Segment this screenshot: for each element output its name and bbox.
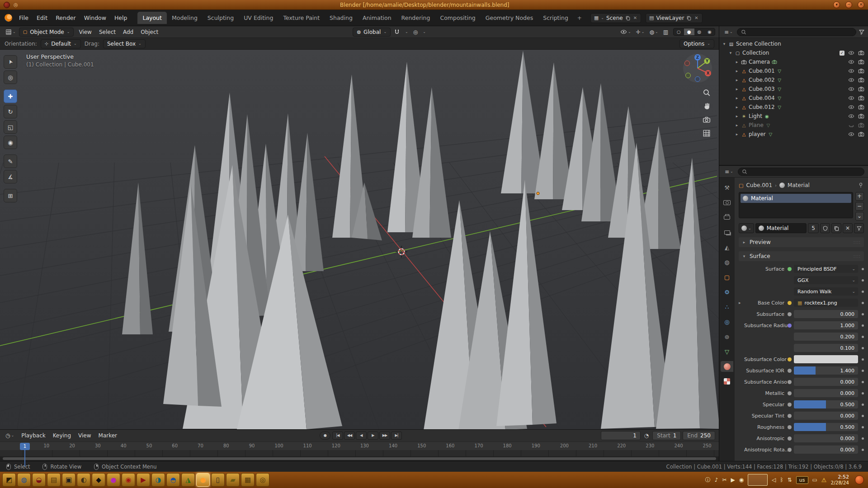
material-users-button[interactable]: 5 [808, 223, 819, 233]
auto-key-button[interactable]: ● [320, 432, 330, 440]
shading-solid-button[interactable]: ● [684, 28, 694, 35]
window-menu-icon[interactable] [4, 2, 10, 8]
neg-y-axis-ball[interactable] [686, 73, 691, 78]
taskbar-app[interactable]: ▦ [241, 473, 255, 487]
snap-settings-dropdown[interactable]: ⌄ [403, 29, 410, 35]
collapse-icon[interactable]: ▾ [722, 42, 726, 46]
timeline-track[interactable] [0, 450, 719, 456]
add-cube-tool[interactable]: ⊞ [4, 189, 17, 202]
animate-dot-icon[interactable] [862, 291, 864, 293]
menu-item[interactable]: Help [110, 13, 132, 23]
unlink-material-button[interactable]: ✕ [843, 223, 853, 233]
playhead[interactable]: 1 [20, 443, 30, 450]
outliner-row-light[interactable]: ▸ ☀ Light ◉ [719, 112, 868, 121]
tray-warning-icon[interactable]: ⚠ [821, 477, 827, 483]
property-row[interactable]: Surface Principled BSDF [739, 264, 864, 273]
properties-tab-render[interactable] [721, 197, 733, 208]
breadcrumb-data[interactable]: Material [788, 182, 810, 188]
playhead-line[interactable] [24, 450, 25, 466]
animate-dot-icon[interactable] [862, 324, 864, 327]
properties-tab-physics[interactable]: ◎ [721, 316, 733, 327]
frame-end-field[interactable]: End250 [683, 431, 715, 440]
hide-in-viewport-icon[interactable] [848, 86, 854, 92]
expand-icon[interactable]: ▸ [735, 87, 739, 91]
window-title-bar[interactable]: ◎ Blender [/home/amalie/Desktop/blender/… [0, 0, 868, 10]
disable-in-renders-icon[interactable] [858, 77, 864, 83]
animate-dot-icon[interactable] [862, 370, 864, 372]
keyboard-layout-indicator[interactable]: us [796, 476, 808, 484]
property-row[interactable]: Roughness 0.500 [739, 422, 864, 432]
properties-tab-constraints[interactable]: ⊚ [721, 331, 733, 342]
material-slot-list[interactable]: Material [739, 192, 853, 218]
scale-tool[interactable]: ◱ [4, 120, 17, 134]
workspace-tab[interactable]: Layout [137, 12, 167, 24]
workspace-tab[interactable]: Rendering [396, 12, 435, 24]
3d-scene[interactable] [0, 50, 719, 429]
animate-dot-icon[interactable] [862, 437, 864, 440]
scene-selector[interactable]: ▦ ⌄ Scene ✕ [590, 13, 641, 23]
select-box-tool[interactable]: ➤ [4, 55, 17, 69]
hide-in-viewport-icon[interactable] [848, 131, 854, 137]
animate-dot-icon[interactable] [862, 381, 864, 383]
snap-toggle-button[interactable] [392, 28, 402, 36]
outliner-row-cube002[interactable]: ▸ △ Cube.002 ▽ [719, 75, 868, 84]
property-field[interactable]: 0.000 [794, 378, 858, 386]
disable-in-renders-icon[interactable] [858, 113, 864, 119]
taskbar-app[interactable]: ◒ [32, 473, 46, 487]
material-filter-icon[interactable] [854, 223, 864, 233]
taskbar-app[interactable]: ◐ [77, 473, 90, 487]
properties-tab-view-layer[interactable] [721, 227, 733, 238]
shading-material-button[interactable]: ◍ [694, 28, 705, 35]
properties-search-field[interactable] [738, 168, 864, 176]
properties-tab-material[interactable] [721, 361, 733, 372]
animate-dot-icon[interactable] [862, 415, 864, 417]
options-dropdown[interactable]: Options ⌄ [679, 39, 714, 48]
new-scene-icon[interactable] [625, 15, 631, 21]
preview-panel-header[interactable]: ▸ Preview :::: [739, 237, 864, 247]
taskbar-app[interactable]: ▤ [47, 473, 61, 487]
eye-closed-icon[interactable] [848, 122, 854, 128]
property-row[interactable]: Random Walk [739, 287, 864, 296]
property-field[interactable]: 0.000 [794, 412, 858, 420]
property-field[interactable]: 1.000 [794, 321, 858, 329]
expand-icon[interactable]: ▸ [735, 105, 739, 109]
view-layer-selector[interactable]: ▤ ViewLayer ✕ [646, 13, 703, 23]
scrollbar-thumb[interactable] [3, 457, 716, 460]
play-button[interactable]: ▶ [368, 432, 378, 440]
taskbar-app[interactable]: ◆ [92, 473, 105, 487]
browse-material-button[interactable]: ⌄ [739, 223, 754, 233]
drag-handle-icon[interactable]: :::: [854, 254, 861, 258]
proportional-falloff-dropdown[interactable]: ⌄ [421, 29, 428, 35]
property-field[interactable]: 0.000 [794, 310, 858, 318]
property-row[interactable]: 0.200 [739, 332, 864, 341]
timeline-ruler[interactable]: 1102030405060708090100110120130140150160… [0, 441, 719, 450]
preview-range-icon[interactable]: ◔ [642, 432, 651, 440]
outliner-row-cube012[interactable]: ▸ △ Cube.012 ▽ [719, 103, 868, 112]
expand-icon[interactable]: ▸ [735, 69, 739, 73]
xray-toggle-button[interactable]: ▥ [661, 28, 670, 36]
disable-in-renders-icon[interactable] [858, 68, 864, 74]
drag-dropdown[interactable]: Select Box ⌄ [103, 39, 146, 48]
expand-icon[interactable]: ▸ [735, 96, 739, 100]
expand-icon[interactable]: ▸ [735, 123, 739, 127]
slot-specials-button[interactable]: ⌄ [855, 212, 864, 221]
taskbar-app[interactable]: ◮ [181, 473, 195, 487]
animate-dot-icon[interactable] [862, 426, 864, 428]
disable-in-renders-icon[interactable] [858, 59, 864, 65]
outliner-row-cube003[interactable]: ▸ △ Cube.003 ▽ [719, 84, 868, 94]
outliner-editor-type-button[interactable]: ≡⌄ [722, 28, 735, 36]
property-field[interactable]: 0.100 [794, 344, 858, 352]
object-origin-dot[interactable] [537, 192, 539, 195]
disable-in-renders-icon[interactable] [858, 86, 864, 92]
property-field[interactable] [794, 355, 858, 363]
next-keyframe-button[interactable]: ▶▶ [379, 432, 390, 440]
property-field[interactable]: 0.000 [794, 446, 858, 454]
taskbar-app[interactable]: ▯ [211, 473, 225, 487]
workspace-tab[interactable]: Texture Paint [278, 12, 325, 24]
window-close-button[interactable]: ✕ [858, 1, 864, 8]
workspace-tab[interactable]: Shading [325, 12, 358, 24]
object-visibility-dropdown[interactable]: ⌄ [618, 28, 633, 36]
new-view-layer-icon[interactable] [686, 15, 692, 21]
viewport-menu-item[interactable]: Select [95, 28, 119, 37]
properties-tab-object[interactable]: ▢ [721, 272, 733, 282]
